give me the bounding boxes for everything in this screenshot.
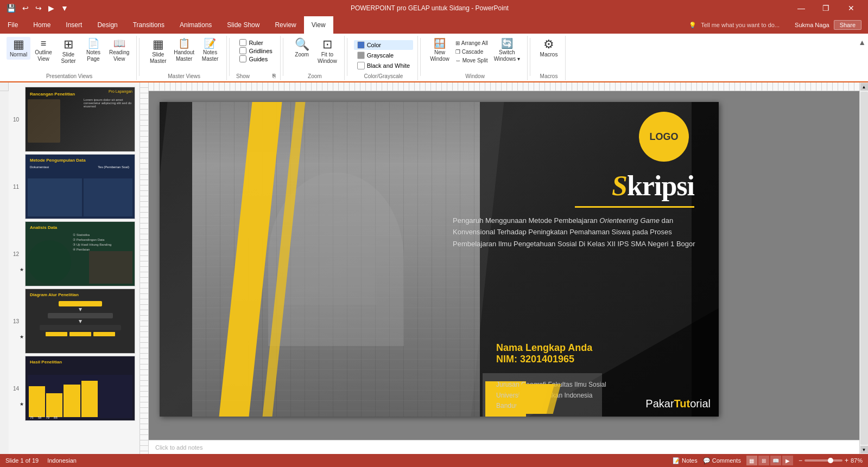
vertical-scrollbar[interactable]: ▲ ▼ xyxy=(859,82,868,454)
handout-icon: 📋 xyxy=(178,39,190,48)
tab-design[interactable]: Design xyxy=(90,16,125,34)
notes-master-button[interactable]: 📝 NotesMaster xyxy=(198,37,222,64)
slide-thumb-13[interactable]: Diagram Alur Penelitian xyxy=(25,289,135,354)
scroll-up-btn[interactable]: ▲ xyxy=(860,83,868,91)
gridlines-check[interactable] xyxy=(239,47,246,54)
scroll-thumb[interactable] xyxy=(860,92,868,445)
tab-home[interactable]: Home xyxy=(26,16,58,34)
sep-4 xyxy=(347,38,347,76)
window-buttons: 🪟 NewWindow ⊞ Arrange All ❐ Cascade ↔ Mo… xyxy=(427,37,523,72)
new-window-button[interactable]: 🪟 NewWindow xyxy=(427,37,452,64)
handout-master-button[interactable]: 📋 HandoutMaster xyxy=(171,37,197,64)
tab-animations[interactable]: Animations xyxy=(172,16,219,34)
maximize-btn[interactable]: ❐ xyxy=(814,0,839,16)
qa-more-btn[interactable]: ▼ xyxy=(59,3,71,14)
zoom-button[interactable]: 🔍 Zoom xyxy=(290,37,314,60)
slide-thumb-10[interactable]: Rancangan Penelitian Pro Lapangan Lorem … xyxy=(25,87,135,152)
group-title-macros: Macros xyxy=(540,72,558,79)
reading-icon: 📖 xyxy=(113,39,125,48)
gridlines-checkbox[interactable]: Gridlines xyxy=(239,47,272,54)
slide-thumb-11[interactable]: Metode Pengumpulan Data Dokumentasi Tes … xyxy=(25,154,135,219)
move-split-button[interactable]: ↔ Move Split xyxy=(453,56,490,65)
zoom-out-btn[interactable]: − xyxy=(799,457,802,464)
slide-14-chart xyxy=(28,375,132,418)
zoom-slider[interactable] xyxy=(804,459,842,462)
slide-canvas-area: LOGO Skripsi Pengaruh Menggunaan Metode … xyxy=(149,91,859,440)
slide-master-button[interactable]: ▦ SlideMaster xyxy=(146,37,170,66)
slide-item-11[interactable]: 11 Metode Pengumpulan Data Dokumentasi T… xyxy=(25,154,135,219)
ribbon-content: ▦ Normal ≡ OutlineView ⊞ SlideSorter 📄 N… xyxy=(0,34,868,82)
color-option-bw[interactable]: Black and White xyxy=(354,61,413,71)
notes-panel[interactable]: Click to add notes xyxy=(149,440,859,454)
slide-14-title: Hasil Penelitian xyxy=(30,360,62,364)
guides-check[interactable] xyxy=(239,55,246,62)
slide-12-title: Analisis Data xyxy=(30,225,57,230)
star-13: ★ xyxy=(20,334,24,340)
normal-view-button[interactable]: ▦ Normal xyxy=(7,37,30,60)
slide-thumb-14[interactable]: Hasil Penelitian 75587988 xyxy=(25,356,135,421)
save-quick-btn[interactable]: 💾 xyxy=(4,3,18,14)
tab-view[interactable]: View xyxy=(304,16,333,34)
undo-btn[interactable]: ↩ xyxy=(20,3,31,14)
color-swatch-color xyxy=(357,41,365,49)
show-dialog-btn[interactable]: ⎘ xyxy=(273,73,276,79)
slide-item-12[interactable]: 12 ★ Analisis Data ① Statistika② Perband… xyxy=(25,221,135,286)
switch-windows-button[interactable]: 🔄 SwitchWindows ▾ xyxy=(491,37,523,64)
horizontal-ruler xyxy=(149,82,859,91)
zoom-in-btn[interactable]: + xyxy=(845,457,848,464)
notes-status-btn[interactable]: 📝 Notes xyxy=(673,457,698,464)
view-buttons: ▦ ⊞ 📖 ▶ xyxy=(746,456,793,465)
slide-10-title: Rancangan Penelitian xyxy=(30,92,75,97)
notes-page-button[interactable]: 📄 NotesPage xyxy=(81,37,105,64)
slide-13-title: Diagram Alur Penelitian xyxy=(30,292,79,297)
tab-insert[interactable]: Insert xyxy=(58,16,90,34)
title-underline xyxy=(575,206,694,208)
zoom-level: 87% xyxy=(851,457,863,464)
slide-item-13[interactable]: 13 ★ Diagram Alur Penelitian xyxy=(25,289,135,354)
tab-review[interactable]: Review xyxy=(267,16,303,34)
present-btn[interactable]: ▶ xyxy=(46,3,56,14)
color-option-grayscale[interactable]: Grayscale xyxy=(354,50,413,60)
cascade-button[interactable]: ❐ Cascade xyxy=(453,48,490,56)
outline-view-button[interactable]: ≡ OutlineView xyxy=(31,37,55,64)
color-swatch-bw xyxy=(357,62,365,69)
comments-status-btn[interactable]: 💬 Comments xyxy=(703,457,741,464)
arrange-all-button[interactable]: ⊞ Arrange All xyxy=(453,39,490,47)
view-normal-btn[interactable]: ▦ xyxy=(746,456,757,465)
minimize-btn[interactable]: — xyxy=(789,0,814,16)
subtitle-start: Pengaruh Menggunaan Metode Pembelajaran … xyxy=(453,216,695,248)
fit-window-button[interactable]: ⊡ Fit toWindow xyxy=(315,37,340,66)
ribbon-group-show: Ruler Gridlines Guides Show ⎘ xyxy=(232,36,281,80)
tab-transitions[interactable]: Transitions xyxy=(125,16,172,34)
status-right: 📝 Notes 💬 Comments ▦ ⊞ 📖 ▶ − + 87% xyxy=(673,456,863,465)
view-reading-btn[interactable]: 📖 xyxy=(770,456,781,465)
group-title-show: Show xyxy=(236,72,250,79)
close-btn[interactable]: ✕ xyxy=(839,0,864,16)
slide-item-10[interactable]: 10 Rancangan Penelitian Pro Lapangan Lor… xyxy=(25,87,135,152)
view-present-btn[interactable]: ▶ xyxy=(782,456,793,465)
zoom-buttons: 🔍 Zoom ⊡ Fit toWindow xyxy=(290,37,340,72)
scroll-down-btn[interactable]: ▼ xyxy=(860,446,868,453)
guides-checkbox[interactable]: Guides xyxy=(239,55,272,62)
slide-10-sub: Pro Lapangan xyxy=(109,89,132,93)
slide-thumb-12[interactable]: Analisis Data ① Statistika② Perbandingan… xyxy=(25,221,135,286)
name-label: Nama Lengkap Anda xyxy=(496,342,592,354)
slide-master-icon: ▦ xyxy=(153,39,164,50)
tab-file[interactable]: File xyxy=(0,16,26,34)
slide-info: Slide 1 of 19 xyxy=(5,457,39,464)
reading-view-button[interactable]: 📖 ReadingView xyxy=(106,37,132,64)
ruler-checkbox[interactable]: Ruler xyxy=(239,39,272,46)
ribbon-collapse-btn[interactable]: ▲ xyxy=(858,38,866,47)
redo-btn[interactable]: ↪ xyxy=(33,3,44,14)
color-option-color[interactable]: Color xyxy=(354,40,413,50)
view-sorter-btn[interactable]: ⊞ xyxy=(758,456,769,465)
slide-item-14[interactable]: 14 ★ Hasil Penelitian 75587988 xyxy=(25,356,135,421)
slide-sorter-button[interactable]: ⊞ SlideSorter xyxy=(56,37,80,66)
macros-button[interactable]: ⚙ Macros xyxy=(537,37,561,60)
share-button[interactable]: Share xyxy=(834,20,861,30)
tab-slideshow[interactable]: Slide Show xyxy=(219,16,267,34)
comments-icon: 💬 xyxy=(703,457,711,464)
ruler-check[interactable] xyxy=(239,39,246,46)
slide-10-text: Lorem ipsum dolor sit amet consectetur a… xyxy=(84,98,132,108)
sep-2 xyxy=(229,38,230,76)
